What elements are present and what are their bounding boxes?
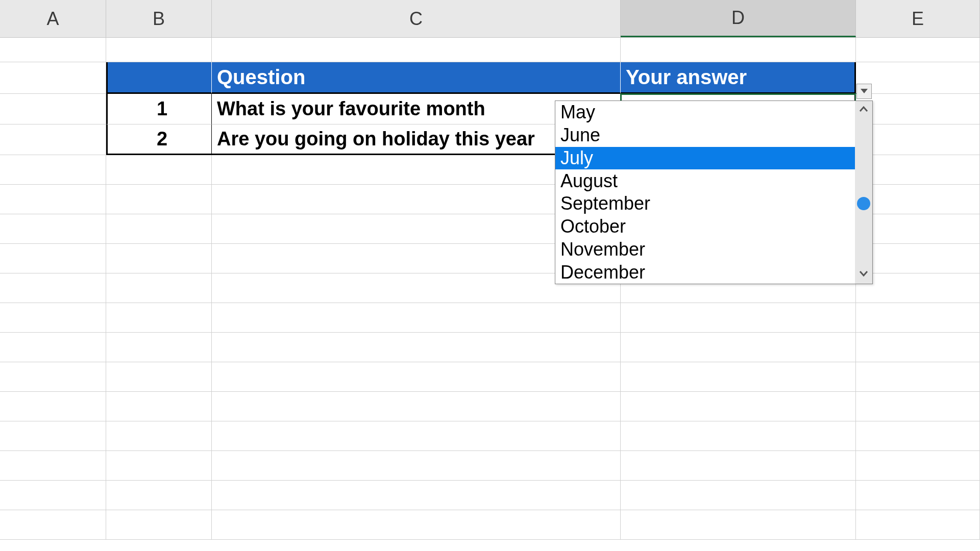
cell[interactable] [106, 155, 212, 185]
col-header-A[interactable]: A [0, 0, 106, 37]
cell[interactable] [0, 185, 106, 214]
scroll-track[interactable] [855, 119, 872, 265]
cell-D1[interactable] [621, 38, 856, 62]
cell[interactable] [0, 481, 106, 510]
cell[interactable] [0, 155, 106, 185]
chevron-up-icon [859, 106, 868, 115]
cell[interactable] [621, 303, 856, 333]
col-header-E[interactable]: E [856, 0, 980, 37]
scroll-up-button[interactable] [855, 101, 872, 119]
cell[interactable] [212, 421, 621, 451]
cell[interactable] [0, 421, 106, 451]
dropdown-item-december[interactable]: December [555, 261, 855, 284]
cell[interactable] [621, 392, 856, 421]
dropdown-button[interactable] [856, 84, 872, 99]
grid: Question Your answer 1 What is your favo… [0, 38, 980, 540]
cell[interactable] [856, 451, 980, 481]
cell[interactable] [0, 244, 106, 273]
cell[interactable] [856, 244, 980, 273]
cell-E3[interactable] [856, 94, 980, 124]
cell-A2[interactable] [0, 62, 106, 94]
cell[interactable] [212, 392, 621, 421]
dropdown-item-november[interactable]: November [555, 238, 855, 261]
cell[interactable] [0, 510, 106, 540]
cell[interactable] [212, 451, 621, 481]
cell[interactable] [0, 333, 106, 362]
dropdown-scrollbar[interactable] [855, 101, 872, 284]
cell[interactable] [212, 362, 621, 392]
row2-num[interactable]: 2 [106, 124, 212, 155]
table-header-answer[interactable]: Your answer [621, 62, 856, 94]
cell[interactable] [856, 392, 980, 421]
table-header-row: Question Your answer [0, 62, 980, 94]
col-header-C[interactable]: C [212, 0, 621, 37]
dropdown-item-september[interactable]: September [555, 192, 855, 215]
cell[interactable] [621, 510, 856, 540]
cell[interactable] [856, 185, 980, 214]
cell[interactable] [856, 362, 980, 392]
dropdown-item-june[interactable]: June [555, 124, 855, 147]
table-header-question[interactable]: Question [212, 62, 621, 94]
cell[interactable] [0, 362, 106, 392]
table-header-index[interactable] [106, 62, 212, 94]
cell[interactable] [856, 155, 980, 185]
column-headers: A B C D E [0, 0, 980, 38]
cell-E4[interactable] [856, 124, 980, 155]
cell[interactable] [856, 214, 980, 244]
cell-A3[interactable] [0, 94, 106, 124]
cell[interactable] [212, 481, 621, 510]
cell[interactable] [106, 185, 212, 214]
cell[interactable] [106, 481, 212, 510]
cell[interactable] [212, 333, 621, 362]
row1-num[interactable]: 1 [106, 94, 212, 124]
dropdown-item-october[interactable]: October [555, 215, 855, 238]
cell-B1[interactable] [106, 38, 212, 62]
cell[interactable] [212, 510, 621, 540]
cell[interactable] [0, 273, 106, 303]
cell[interactable] [621, 421, 856, 451]
cell[interactable] [106, 303, 212, 333]
cell[interactable] [621, 362, 856, 392]
col-header-D[interactable]: D [621, 0, 856, 37]
col-header-B[interactable]: B [106, 0, 212, 37]
dropdown-item-august[interactable]: August [555, 169, 855, 192]
dropdown-items: May June July August September October N… [555, 101, 855, 284]
cell[interactable] [106, 273, 212, 303]
cell[interactable] [106, 214, 212, 244]
cell[interactable] [621, 481, 856, 510]
cell[interactable] [106, 451, 212, 481]
cell[interactable] [106, 510, 212, 540]
dropdown-item-july[interactable]: July [555, 147, 855, 170]
scroll-down-button[interactable] [855, 265, 872, 284]
cell[interactable] [0, 303, 106, 333]
cell-A1[interactable] [0, 38, 106, 62]
chevron-down-icon [861, 87, 868, 96]
cell-A4[interactable] [0, 124, 106, 155]
cell[interactable] [106, 333, 212, 362]
cell[interactable] [856, 510, 980, 540]
cell[interactable] [856, 333, 980, 362]
row-1 [0, 38, 980, 62]
cell[interactable] [106, 421, 212, 451]
cell[interactable] [856, 303, 980, 333]
cell-C1[interactable] [212, 38, 621, 62]
cell[interactable] [621, 333, 856, 362]
cell[interactable] [856, 421, 980, 451]
cell[interactable] [106, 244, 212, 273]
cell[interactable] [856, 481, 980, 510]
cell[interactable] [106, 362, 212, 392]
cell[interactable] [0, 451, 106, 481]
svg-marker-0 [861, 89, 868, 93]
cell-E1[interactable] [856, 38, 980, 62]
cell[interactable] [212, 303, 621, 333]
chevron-down-icon [859, 270, 868, 279]
cell-E2[interactable] [856, 62, 980, 94]
dropdown-item-may[interactable]: May [555, 101, 855, 124]
dropdown-list: May June July August September October N… [555, 101, 873, 284]
scroll-thumb[interactable] [857, 197, 870, 210]
cell[interactable] [106, 392, 212, 421]
cell[interactable] [0, 214, 106, 244]
cell[interactable] [621, 451, 856, 481]
cell[interactable] [0, 392, 106, 421]
cell[interactable] [856, 273, 980, 303]
